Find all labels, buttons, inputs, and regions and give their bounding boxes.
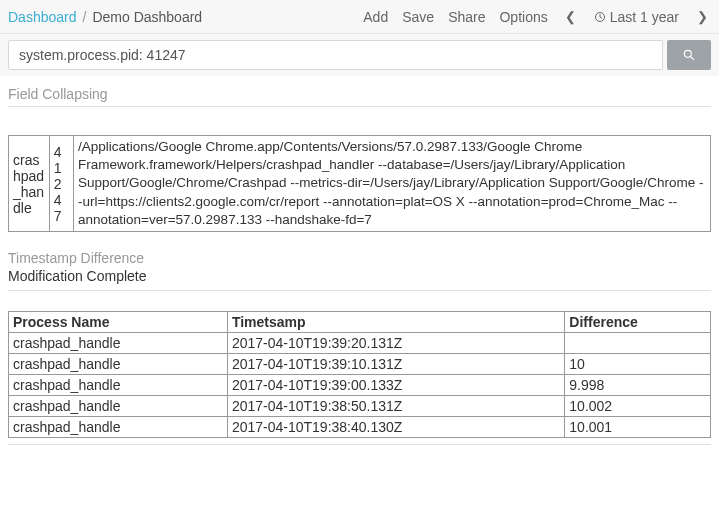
col-header-process-name: Process Name	[9, 312, 228, 333]
panel-divider	[8, 444, 711, 445]
save-button[interactable]: Save	[402, 9, 434, 25]
options-button[interactable]: Options	[499, 9, 547, 25]
process-detail-table: crashpad_handle 41247 /Applications/Goog…	[8, 135, 711, 232]
cell-process-name: crashpad_handle	[9, 417, 228, 438]
cell-timestamp: 2017-04-10T19:38:50.131Z	[227, 396, 564, 417]
cell-process-name: crashpad_handle	[9, 136, 50, 232]
search-icon	[682, 48, 696, 62]
col-header-timestamp: Timetsamp	[227, 312, 564, 333]
cell-timestamp: 2017-04-10T19:39:10.131Z	[227, 354, 564, 375]
panel-divider	[8, 290, 711, 291]
panel-title-timestamp-difference: Timestamp Difference	[0, 232, 719, 266]
cell-timestamp: 2017-04-10T19:39:20.131Z	[227, 333, 564, 354]
cell-process-name: crashpad_handle	[9, 354, 228, 375]
search-bar	[0, 34, 719, 76]
cell-difference: 10	[565, 354, 711, 375]
chevron-right-icon[interactable]: ❯	[693, 9, 711, 24]
cell-difference: 9.998	[565, 375, 711, 396]
header-actions: Add Save Share Options ❮ Last 1 year ❯	[363, 9, 711, 25]
timerange-picker[interactable]: Last 1 year	[594, 9, 679, 25]
table-row: crashpad_handle2017-04-10T19:38:50.131Z1…	[9, 396, 711, 417]
field-collapsing-panel: crashpad_handle 41247 /Applications/Goog…	[8, 135, 711, 232]
cell-difference: 10.002	[565, 396, 711, 417]
table-row: crashpad_handle2017-04-10T19:39:20.131Z	[9, 333, 711, 354]
breadcrumb-current: Demo Dashboard	[92, 9, 202, 25]
table-row: crashpad_handle2017-04-10T19:39:00.133Z9…	[9, 375, 711, 396]
status-text: Modification Complete	[0, 266, 719, 288]
svg-point-1	[684, 50, 691, 57]
svg-line-2	[691, 57, 694, 60]
table-header-row: Process Name Timetsamp Difference	[9, 312, 711, 333]
add-button[interactable]: Add	[363, 9, 388, 25]
timestamp-difference-panel: Process Name Timetsamp Difference crashp…	[8, 311, 711, 438]
search-input[interactable]	[8, 40, 663, 70]
cell-process-name: crashpad_handle	[9, 375, 228, 396]
col-header-difference: Difference	[565, 312, 711, 333]
breadcrumb-separator: /	[83, 9, 87, 25]
table-row: crashpad_handle 41247 /Applications/Goog…	[9, 136, 711, 232]
panel-title-field-collapsing: Field Collapsing	[0, 76, 719, 104]
share-button[interactable]: Share	[448, 9, 485, 25]
breadcrumb: Dashboard / Demo Dashboard	[8, 9, 363, 25]
cell-process-name: crashpad_handle	[9, 396, 228, 417]
timestamp-table: Process Name Timetsamp Difference crashp…	[8, 311, 711, 438]
timerange-label: Last 1 year	[610, 9, 679, 25]
cell-difference	[565, 333, 711, 354]
search-button[interactable]	[667, 40, 711, 70]
cell-timestamp: 2017-04-10T19:39:00.133Z	[227, 375, 564, 396]
cell-timestamp: 2017-04-10T19:38:40.130Z	[227, 417, 564, 438]
cell-command: /Applications/Google Chrome.app/Contents…	[74, 136, 711, 232]
breadcrumb-root-link[interactable]: Dashboard	[8, 9, 77, 25]
page-header: Dashboard / Demo Dashboard Add Save Shar…	[0, 0, 719, 34]
cell-difference: 10.001	[565, 417, 711, 438]
table-row: crashpad_handle2017-04-10T19:39:10.131Z1…	[9, 354, 711, 375]
cell-pid: 41247	[49, 136, 73, 232]
panel-divider	[8, 106, 711, 107]
chevron-left-icon[interactable]: ❮	[562, 9, 580, 24]
table-row: crashpad_handle2017-04-10T19:38:40.130Z1…	[9, 417, 711, 438]
clock-icon	[594, 11, 606, 23]
cell-process-name: crashpad_handle	[9, 333, 228, 354]
